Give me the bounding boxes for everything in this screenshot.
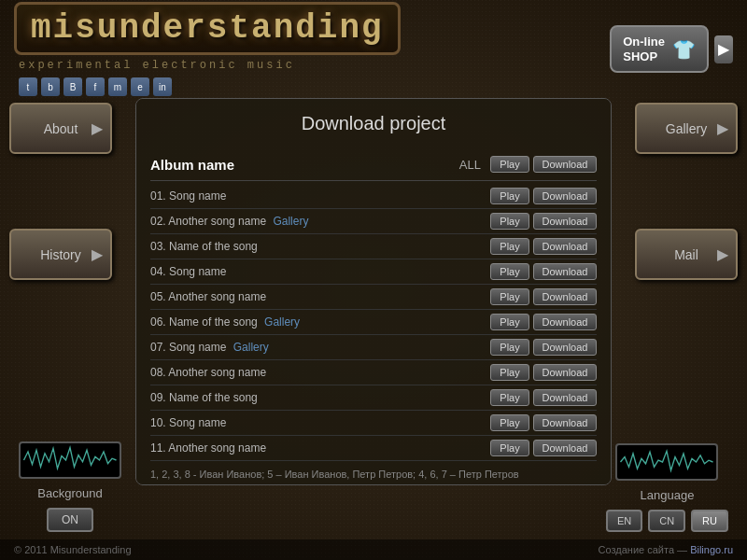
all-label-1: ALL <box>459 158 481 172</box>
song-name: 02. Another song name Gallery <box>150 215 490 228</box>
waveform-icon <box>21 443 120 477</box>
play-button[interactable]: Play <box>490 314 529 330</box>
social-icon-blog[interactable]: b <box>41 77 60 96</box>
lang-cn-button[interactable]: CN <box>648 510 685 532</box>
lang-ru-button[interactable]: RU <box>691 510 728 532</box>
left-nav: About History <box>9 103 112 280</box>
social-icon-twitter[interactable]: t <box>19 77 37 96</box>
history-label: History <box>40 247 81 262</box>
download-button[interactable]: Download <box>533 188 597 204</box>
table-row: 06. Name of the song Gallery Play Downlo… <box>150 310 597 335</box>
song-name: 04. Song name <box>150 265 490 278</box>
album1-download-all[interactable]: Download <box>533 156 597 173</box>
album1-play-all[interactable]: Play <box>490 156 529 173</box>
song-name: 11. Another song name <box>150 441 490 455</box>
download-button[interactable]: Download <box>533 414 597 431</box>
song-name: 07. Song name Gallery <box>150 341 490 354</box>
album-section-1: Album name ALL Play Download 01. Song na… <box>136 144 611 485</box>
main-content[interactable]: Download project Album name ALL Play Dow… <box>135 98 612 485</box>
gallery-link[interactable]: Gallery <box>273 215 308 228</box>
song-name: 01. Song name <box>150 189 490 203</box>
header: Misunderstanding experimental electronic… <box>0 0 747 98</box>
waveform-icon <box>617 445 716 479</box>
right-nav: Gallery Mail <box>635 103 738 280</box>
social-icon-mail[interactable]: m <box>108 77 127 96</box>
bottom-right: Language EN CN RU <box>606 443 728 532</box>
download-button[interactable]: Download <box>533 288 597 305</box>
about-button[interactable]: About <box>9 103 112 154</box>
play-button[interactable]: Play <box>490 414 529 431</box>
content-title: Download project <box>136 99 611 144</box>
play-button[interactable]: Play <box>490 188 529 204</box>
gallery-label: Gallery <box>666 121 707 136</box>
shop-label: On-lineSHOP <box>623 35 665 63</box>
shop-arrow[interactable]: ▶ <box>714 35 733 63</box>
credits-text-1: 1, 2, 3, 8 - Иван Иванов; 5 – Иван Ивано… <box>150 461 597 485</box>
on-button[interactable]: ON <box>47 508 93 532</box>
table-row: 11. Another song name Play Download <box>150 436 597 461</box>
social-icon-bookmark[interactable]: B <box>63 77 82 96</box>
table-row: 03. Name of the song Play Download <box>150 234 597 259</box>
song-name: 05. Another song name <box>150 290 490 303</box>
play-button[interactable]: Play <box>490 288 529 305</box>
song-name: 09. Name of the song <box>150 391 490 404</box>
download-button[interactable]: Download <box>533 238 597 255</box>
social-icon-email[interactable]: e <box>131 77 149 96</box>
table-row: 02. Another song name Gallery Play Downl… <box>150 209 597 234</box>
table-row: 01. Song name Play Download <box>150 184 597 209</box>
album-header-1: Album name ALL Play Download <box>150 148 597 181</box>
gallery-link[interactable]: Gallery <box>233 341 269 354</box>
social-icons: t b B f m e in <box>19 77 610 96</box>
credits-text: Создание сайта — <box>599 544 688 555</box>
table-row: 05. Another song name Play Download <box>150 285 597 310</box>
history-button[interactable]: History <box>9 229 112 280</box>
play-button[interactable]: Play <box>490 389 529 406</box>
table-row: 10. Song name Play Download <box>150 411 597 436</box>
play-button[interactable]: Play <box>490 339 529 356</box>
play-button[interactable]: Play <box>490 238 529 255</box>
download-button[interactable]: Download <box>533 339 597 356</box>
bottom-left: Background ON <box>19 441 121 532</box>
logo-title: Misunderstanding <box>14 2 401 55</box>
download-button[interactable]: Download <box>533 440 597 456</box>
download-button[interactable]: Download <box>533 364 597 381</box>
language-label: Language <box>641 488 695 502</box>
song-name: 10. Song name <box>150 416 490 429</box>
bilingo-link[interactable]: Bilingo.ru <box>690 544 733 555</box>
logo-area: Misunderstanding experimental electronic… <box>14 2 610 96</box>
shirt-icon: 👕 <box>672 38 696 61</box>
shop-button[interactable]: On-lineSHOP 👕 <box>610 25 709 73</box>
play-button[interactable]: Play <box>490 263 529 280</box>
background-label: Background <box>37 486 102 500</box>
logo-subtitle: experimental electronic music <box>19 59 610 72</box>
table-row: 09. Name of the song Play Download <box>150 385 597 411</box>
mail-label: Mail <box>674 247 698 262</box>
language-buttons: EN CN RU <box>606 510 728 532</box>
play-button[interactable]: Play <box>490 213 529 230</box>
social-icon-linkedin[interactable]: in <box>153 77 172 96</box>
table-row: 07. Song name Gallery Play Download <box>150 335 597 360</box>
download-button[interactable]: Download <box>533 314 597 330</box>
song-name: 06. Name of the song Gallery <box>150 315 490 329</box>
song-name: 03. Name of the song <box>150 240 490 253</box>
social-icon-facebook[interactable]: f <box>86 77 105 96</box>
footer-credits: Создание сайта — Bilingo.ru <box>599 544 733 555</box>
download-button[interactable]: Download <box>533 213 597 230</box>
gallery-link[interactable]: Gallery <box>264 315 300 329</box>
copyright: © 2011 Misunderstanding <box>14 544 132 555</box>
song-name: 08. Another song name <box>150 366 490 379</box>
play-button[interactable]: Play <box>490 440 529 456</box>
download-button[interactable]: Download <box>533 263 597 280</box>
play-button[interactable]: Play <box>490 364 529 381</box>
mail-button[interactable]: Mail <box>635 229 738 280</box>
about-label: About <box>44 121 78 136</box>
album-name-1: Album name <box>150 157 459 173</box>
footer: © 2011 Misunderstanding Создание сайта —… <box>0 539 747 560</box>
table-row: 04. Song name Play Download <box>150 259 597 285</box>
waveform-left <box>19 441 121 479</box>
gallery-button[interactable]: Gallery <box>635 103 738 154</box>
waveform-right <box>615 443 718 481</box>
download-button[interactable]: Download <box>533 389 597 406</box>
table-row: 08. Another song name Play Download <box>150 360 597 385</box>
lang-en-button[interactable]: EN <box>606 510 642 532</box>
